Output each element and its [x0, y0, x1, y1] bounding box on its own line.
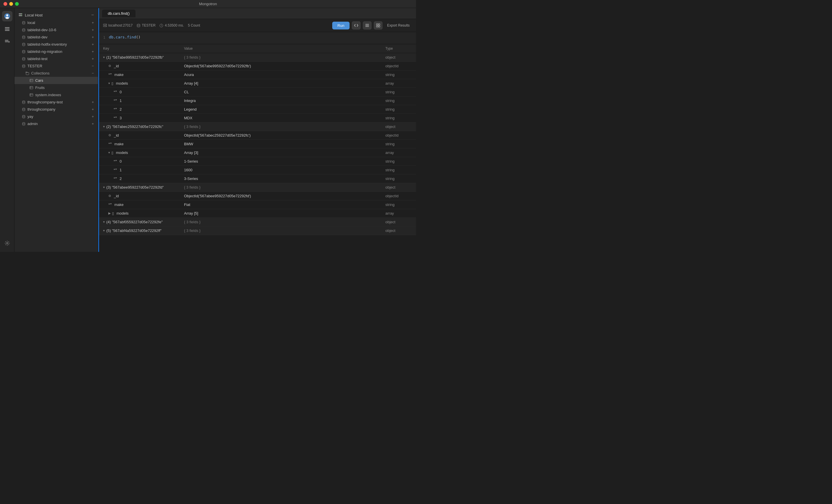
list-view-btn[interactable] — [363, 21, 371, 29]
sidebar-db-throughcompany[interactable]: throughcompany+ — [15, 106, 98, 113]
sidebar-db-tablelist-hotfix-inventory[interactable]: tablelist-hotfix-inventory+ — [15, 41, 98, 48]
quote-icon: ❝❞ — [108, 203, 112, 207]
table-row[interactable]: ⚙_idObjectId('567abe9959227d05e72292fb')… — [99, 62, 416, 71]
doc-fields: { 3 fields } — [180, 123, 381, 131]
maximize-button[interactable] — [15, 2, 19, 6]
expand-arrow[interactable]: ▾ — [103, 229, 105, 233]
table-row[interactable]: ❝❞11600string — [99, 166, 416, 175]
sidebar-db-throughcompany-test[interactable]: throughcompany-test+ — [15, 99, 98, 106]
sidebar-db-tablelist-dev-10-6[interactable]: tablelist-dev-10-6+ — [15, 26, 98, 33]
row-type: objectId — [381, 62, 416, 71]
row-type: string — [381, 105, 416, 114]
table-row[interactable]: ❝❞makeFiatstring — [99, 201, 416, 209]
svg-point-2 — [5, 17, 9, 19]
minimize-button[interactable] — [9, 2, 13, 6]
expand-arrow[interactable]: ▾ — [103, 55, 105, 59]
expand-arrow[interactable]: ▾ — [108, 81, 110, 85]
add-db-btn[interactable]: + — [92, 57, 94, 61]
svg-point-16 — [23, 28, 25, 29]
local-host-item[interactable]: Local Host − — [15, 11, 98, 19]
add-db-btn[interactable]: + — [92, 107, 94, 111]
row-value: ObjectId('567abec259227d05e72292fc') — [180, 131, 381, 140]
table-row[interactable]: ▾[]modelsArray [4]array — [99, 79, 416, 88]
icon-bar — [0, 8, 15, 252]
sidebar-db-admin[interactable]: admin+ — [15, 120, 98, 127]
table-row[interactable]: ❝❞01-Seriesstring — [99, 157, 416, 166]
sidebar-db-tablelist-ng-migration[interactable]: tablelist-ng-migration+ — [15, 48, 98, 55]
collapse-db-btn[interactable]: − — [92, 64, 94, 68]
connections-btn[interactable] — [2, 24, 12, 34]
sidebar-db-local[interactable]: local+ — [15, 19, 98, 26]
collections-label[interactable]: Collections − — [15, 70, 98, 77]
table-row[interactable]: ❝❞makeAcurastring — [99, 71, 416, 79]
export-button[interactable]: Export Results — [385, 22, 412, 29]
sidebar-db-tablelist-dev[interactable]: tablelist-dev+ — [15, 33, 98, 41]
expand-arrow[interactable]: ▾ — [108, 151, 110, 155]
add-db-btn[interactable]: + — [92, 49, 94, 54]
collections-collapse-btn[interactable]: − — [92, 71, 94, 75]
expand-arrow[interactable]: ▾ — [103, 220, 105, 224]
table-row[interactable]: ⚙_idObjectId('567abec259227d05e72292fc')… — [99, 131, 416, 140]
add-db-btn[interactable]: + — [92, 122, 94, 126]
svg-point-31 — [23, 101, 25, 101]
add-db-btn[interactable]: + — [92, 100, 94, 104]
svg-rect-47 — [379, 26, 380, 27]
table-row[interactable]: ❝❞1Integrastring — [99, 97, 416, 105]
add-connection-btn[interactable] — [2, 36, 12, 47]
svg-point-21 — [23, 64, 25, 65]
code-view-btn[interactable] — [352, 21, 361, 29]
sidebar-collection-fruits[interactable]: Fruits — [15, 84, 98, 91]
table-row[interactable]: ❝❞2Legendstring — [99, 105, 416, 114]
svg-point-15 — [23, 21, 25, 22]
svg-point-17 — [23, 35, 25, 36]
table-row[interactable]: ❝❞23-Seriesstring — [99, 175, 416, 183]
settings-small-icon: ⚙ — [108, 64, 111, 68]
svg-point-19 — [23, 50, 25, 51]
collection-name: system.indexes — [35, 93, 61, 97]
expand-arrow[interactable]: ▾ — [103, 125, 105, 129]
add-db-btn[interactable]: + — [92, 28, 94, 32]
expand-arrow[interactable]: ▶ — [108, 211, 111, 215]
table-row[interactable]: ▾ (3) "567abee959227d05e72292fd" { 3 fie… — [99, 183, 416, 192]
table-row[interactable]: ▾[]modelsArray [3]array — [99, 149, 416, 157]
table-row[interactable]: ▾ (4) "567abf0559227d05e72292fe" { 3 fie… — [99, 218, 416, 227]
grid-view-btn[interactable] — [374, 21, 383, 29]
add-db-btn[interactable]: + — [92, 114, 94, 119]
row-type: string — [381, 71, 416, 79]
query-text[interactable]: db.cars.find() — [109, 35, 141, 39]
table-row[interactable]: ⚙_idObjectId('567abee959227d05e72292fd')… — [99, 192, 416, 201]
row-key: models — [116, 211, 129, 215]
sidebar-db-tablelist-test[interactable]: tablelist-test+ — [15, 55, 98, 62]
grid-icon — [376, 23, 380, 27]
add-db-btn[interactable]: + — [92, 42, 94, 47]
table-row[interactable]: ▾ (2) "567abec259227d05e72292fc" { 3 fie… — [99, 123, 416, 131]
sidebar-db-yay[interactable]: yay+ — [15, 113, 98, 120]
list-icon — [365, 23, 369, 27]
row-value: BMW — [180, 140, 381, 149]
add-db-btn[interactable]: + — [92, 21, 94, 25]
run-button[interactable]: Run — [332, 22, 349, 29]
row-type: objectId — [381, 192, 416, 201]
query-method: find — [127, 35, 136, 39]
table-row[interactable]: ❝❞3MDXstring — [99, 114, 416, 123]
active-tab[interactable]: db.cars.find() — [102, 9, 135, 17]
local-host-label: Local Host — [25, 13, 43, 17]
sidebar-collection-system-indexes[interactable]: system.indexes — [15, 91, 98, 99]
avatar-btn[interactable] — [2, 11, 12, 21]
sidebar-collection-cars[interactable]: Cars — [15, 77, 98, 84]
row-type: string — [381, 175, 416, 183]
sidebar-db-tester[interactable]: TESTER− — [15, 62, 98, 70]
db-name: throughcompany-test — [27, 100, 63, 104]
settings-btn[interactable] — [2, 238, 12, 248]
value-column-header: Value — [180, 44, 381, 53]
table-row[interactable]: ▾ (5) "567abf4a59227d05e72292ff" { 3 fie… — [99, 227, 416, 235]
add-db-btn[interactable]: + — [92, 35, 94, 39]
expand-arrow[interactable]: ▾ — [103, 185, 105, 189]
row-type: string — [381, 157, 416, 166]
close-button[interactable] — [3, 2, 7, 6]
table-row[interactable]: ❝❞0CLstring — [99, 88, 416, 97]
local-host-collapse[interactable]: − — [91, 12, 94, 18]
table-row[interactable]: ▶[]modelsArray [5]array — [99, 209, 416, 218]
table-row[interactable]: ❝❞makeBMWstring — [99, 140, 416, 149]
table-row[interactable]: ▾ (1) "567abe9959227d05e72292fb" { 3 fie… — [99, 53, 416, 62]
